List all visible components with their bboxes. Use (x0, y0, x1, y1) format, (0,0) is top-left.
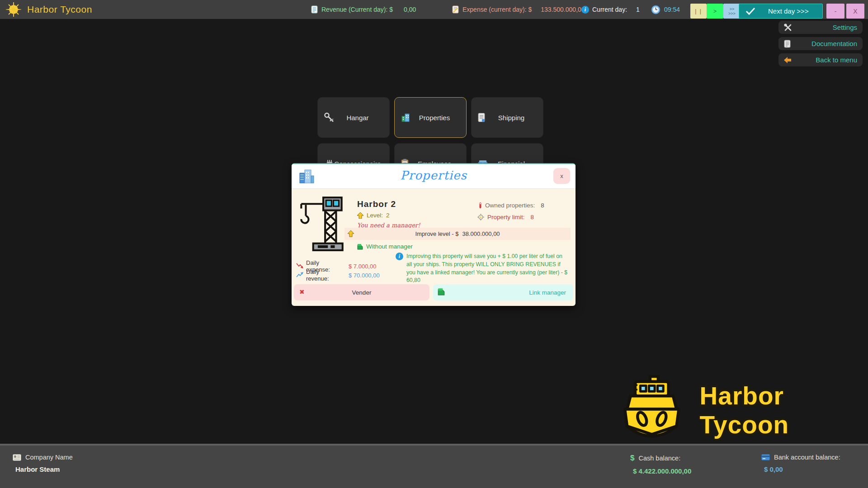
game-logo: Harbor Tycoon (620, 374, 868, 446)
manager-status-label: Without manager (366, 243, 413, 250)
property-limit-value: 8 (531, 214, 534, 221)
expense-info[interactable]: i (581, 0, 589, 19)
shipping-document-icon (478, 113, 486, 122)
company-label: Company Name (25, 454, 73, 461)
menu-item-hangar[interactable]: Hangar (317, 97, 390, 138)
link-manager-icon (438, 288, 445, 296)
company-name: Harbor Steam (15, 465, 73, 473)
next-day-button[interactable]: Next day >>> (739, 4, 823, 19)
improve-level-button[interactable]: Improve level - $ 38.000.000,00 (344, 228, 571, 240)
menu-item-label: Shipping (498, 114, 524, 122)
close-window-button[interactable]: X (846, 4, 864, 19)
improvement-info: i Improving this property will save you … (396, 253, 572, 285)
app-title: Harbor Tycoon (27, 4, 92, 15)
settings-button[interactable]: Settings (778, 21, 863, 34)
info-icon: i (581, 6, 589, 14)
bottom-bar: Company Name Harbor Steam $ Cash balance… (0, 444, 868, 488)
expense-trend-icon (296, 263, 304, 269)
ship-logo-icon (620, 374, 684, 446)
improvement-info-text: Improving this property will save you + … (406, 253, 569, 285)
fast-forward-bottom: >>> (728, 11, 736, 16)
clock-icon (651, 5, 660, 14)
documentation-button[interactable]: Documentation (778, 37, 863, 50)
play-button[interactable]: > (707, 4, 723, 19)
fast-forward-button[interactable]: >> >>> (723, 4, 741, 19)
menu-item-label: Properties (419, 114, 450, 122)
level-up-arrow-icon (357, 212, 363, 219)
minimize-window-button[interactable]: - (826, 4, 844, 19)
company-card-icon (13, 454, 21, 461)
owned-properties-icon (479, 202, 482, 209)
back-to-menu-label: Back to menu (816, 56, 857, 64)
documentation-label: Documentation (811, 40, 857, 47)
ship-wheel-icon (5, 1, 22, 18)
pause-button[interactable]: | | (690, 4, 707, 19)
next-day-label: Next day >>> (768, 7, 809, 15)
tools-icon (784, 23, 792, 32)
revenue-indicator: Revenue (Current day): $ 0,00 (311, 0, 416, 19)
app-title-group: Harbor Tycoon (5, 0, 92, 19)
daily-revenue: Daily revenue: $ 70.000,00 (296, 268, 380, 282)
daily-revenue-label: Daily revenue: (306, 268, 338, 282)
current-day-label: Current day: (592, 6, 627, 13)
expense-indicator: Expense (current day): $ 133.500.000,00 (452, 0, 585, 19)
owned-properties: Owned properties: 8 (479, 202, 544, 209)
cash-balance-label: Cash balance: (638, 455, 680, 462)
bank-balance: Bank account balance: $ 0,00 (761, 454, 840, 473)
cash-balance-value: $ 4.422.000.000,00 (633, 467, 691, 475)
improve-label: Improve level - $ (415, 230, 458, 237)
revenue-trend-icon (296, 272, 304, 278)
keys-icon (324, 113, 335, 122)
link-manager-label: Link manager (529, 289, 566, 296)
level-value: 2 (386, 212, 390, 219)
dialog-close-button[interactable]: x (553, 168, 570, 184)
daily-revenue-value: $ 70.000,00 (349, 272, 380, 279)
sell-property-button[interactable]: ✖ Vender (294, 284, 429, 300)
game-root: Harbor Tycoon Revenue (Current day): $ 0… (0, 0, 868, 488)
manager-icon (357, 244, 363, 250)
side-menu: Settings Documentation Back to menu (778, 21, 863, 66)
property-name: Harbor 2 (357, 199, 396, 209)
cash-balance: $ Cash balance: $ 4.422.000.000,00 (630, 454, 691, 475)
sell-property-label: Vender (352, 289, 372, 296)
manager-status: Without manager (357, 243, 413, 250)
time-value: 09:54 (664, 6, 680, 13)
expense-label: Expense (current day): $ (462, 6, 532, 13)
top-bar: Harbor Tycoon Revenue (Current day): $ 0… (0, 0, 868, 19)
settings-label: Settings (833, 23, 857, 31)
bank-card-icon (761, 454, 770, 460)
fast-forward-top: >> (730, 7, 735, 11)
revenue-label: Revenue (Current day): $ (321, 6, 393, 13)
back-to-menu-button[interactable]: Back to menu (778, 53, 863, 66)
dialog-actions: ✖ Vender Link manager (294, 284, 573, 300)
building-icon (401, 113, 410, 122)
dollar-icon: $ (630, 454, 634, 463)
expense-document-icon (452, 5, 459, 14)
bank-balance-value: $ 0,00 (764, 465, 840, 473)
improve-value: 38.000.000,00 (462, 230, 500, 237)
sell-x-icon: ✖ (299, 288, 305, 296)
current-day-value: 1 (636, 6, 640, 13)
owned-properties-label: Owned properties: (485, 202, 535, 209)
level-label: Level: (367, 212, 383, 219)
owned-properties-value: 8 (541, 202, 544, 209)
game-logo-text: Harbor Tycoon (700, 381, 868, 439)
info-icon: i (396, 253, 403, 260)
menu-item-properties[interactable]: Properties (394, 97, 467, 138)
properties-dialog: Properties x Harbor 2 (292, 163, 576, 306)
current-day-indicator: Current day: 1 (592, 0, 640, 19)
menu-item-label: Hangar (346, 114, 368, 122)
link-manager-button[interactable]: Link manager (433, 284, 573, 300)
property-limit-label: Property limit: (487, 214, 525, 221)
dialog-header: Properties x (292, 164, 576, 189)
expense-value: 133.500.000,00 (541, 6, 585, 13)
company-info: Company Name Harbor Steam (13, 454, 73, 473)
property-level: Level: 2 (357, 212, 390, 219)
menu-item-shipping[interactable]: Shipping (471, 97, 543, 138)
check-icon (745, 7, 755, 15)
back-arrow-icon (784, 57, 792, 63)
bank-balance-label: Bank account balance: (774, 454, 840, 461)
property-limit-target-icon (477, 214, 484, 221)
revenue-value: 0,00 (404, 6, 416, 13)
documentation-icon (784, 40, 791, 48)
